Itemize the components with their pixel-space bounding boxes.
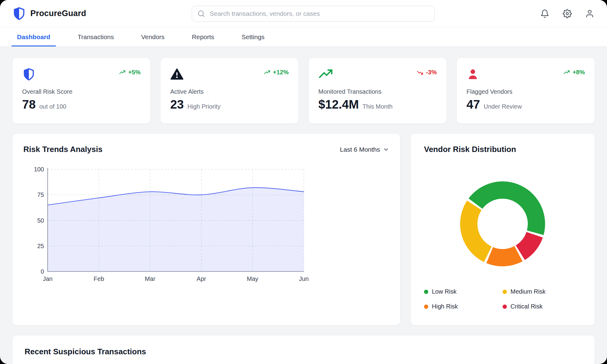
stat-card-monitored-transactions: -3% Monitored Transactions $12.4M This M… — [308, 58, 447, 124]
tab-dashboard[interactable]: Dashboard — [12, 27, 56, 46]
stat-label: Active Alerts — [170, 88, 289, 95]
stat-value: 47 — [466, 98, 480, 111]
stat-value: 78 — [22, 98, 36, 111]
legend-dot-high-risk — [424, 305, 428, 309]
stat-value: 23 — [170, 98, 184, 111]
range-selector[interactable]: Last 6 Months — [340, 146, 389, 153]
trend-badge: +5% — [119, 69, 141, 76]
legend-dot-low-risk — [424, 290, 428, 294]
svg-text:May: May — [247, 275, 258, 282]
stat-cards: +5% Overall Risk Score 78 out of 100 — [12, 58, 595, 124]
vendor-risk-panel: Vendor Risk Distribution Low Risk Medium… — [410, 133, 595, 325]
range-label: Last 6 Months — [340, 146, 380, 153]
stat-value: $12.4M — [318, 98, 359, 111]
recent-transactions-panel: Recent Suspicious Transactions — [12, 335, 595, 364]
settings-button[interactable] — [563, 9, 572, 18]
tab-settings[interactable]: Settings — [236, 27, 270, 46]
header-actions — [540, 9, 594, 18]
stat-unit: High Priority — [188, 103, 221, 110]
stat-unit: out of 100 — [39, 103, 66, 110]
trend-value: +8% — [572, 69, 585, 76]
tab-reports[interactable]: Reports — [186, 27, 220, 46]
tab-vendors[interactable]: Vendors — [136, 27, 170, 46]
stat-unit: This Month — [362, 103, 392, 110]
charts-row: Risk Trends Analysis Last 6 Months 02550… — [12, 133, 595, 325]
svg-text:Feb: Feb — [94, 275, 104, 282]
bell-icon — [540, 9, 549, 18]
trend-arrow-icon — [119, 69, 126, 76]
legend-dot-critical-risk — [503, 305, 507, 309]
vendor-risk-title: Vendor Risk Distribution — [424, 145, 581, 154]
trend-arrow-icon — [563, 69, 570, 76]
donut-legend: Low Risk Medium Risk High Risk Critical … — [424, 288, 581, 310]
stat-label: Flagged Vendors — [466, 88, 585, 95]
stat-label: Monitored Transactions — [318, 88, 437, 95]
legend-dot-medium-risk — [503, 290, 507, 294]
risk-trends-panel: Risk Trends Analysis Last 6 Months 02550… — [12, 133, 400, 325]
legend-item-medium-risk: Medium Risk — [503, 288, 581, 295]
chevron-down-icon — [383, 147, 389, 153]
trend-badge: -3% — [417, 69, 437, 76]
trend-value: +12% — [273, 69, 289, 76]
svg-text:Mar: Mar — [145, 275, 155, 282]
vendor-risk-donut-chart — [457, 178, 548, 269]
trend-badge: +12% — [264, 69, 289, 76]
tab-transactions[interactable]: Transactions — [72, 27, 119, 46]
svg-text:75: 75 — [37, 191, 44, 198]
trend-value: +5% — [128, 69, 141, 76]
legend-item-low-risk: Low Risk — [424, 288, 503, 295]
svg-text:0: 0 — [41, 268, 44, 275]
user-icon — [585, 9, 594, 18]
profile-button[interactable] — [585, 9, 594, 18]
gear-icon — [563, 9, 572, 18]
svg-text:Apr: Apr — [197, 275, 206, 282]
global-search — [192, 6, 435, 22]
procureguard-dashboard: ProcureGuard — [0, 0, 607, 364]
trending-up-icon — [318, 67, 333, 82]
legend-label: Low Risk — [432, 288, 456, 295]
legend-label: Medium Risk — [510, 288, 546, 295]
svg-text:Jan: Jan — [43, 275, 53, 282]
legend-label: Critical Risk — [510, 303, 543, 310]
alert-triangle-icon — [170, 67, 184, 82]
legend-label: High Risk — [432, 303, 458, 310]
search-input[interactable] — [192, 6, 435, 22]
svg-text:25: 25 — [37, 243, 44, 249]
svg-text:100: 100 — [34, 166, 44, 173]
app-header: ProcureGuard — [0, 0, 607, 27]
stat-unit: Under Review — [484, 103, 522, 110]
brand[interactable]: ProcureGuard — [12, 7, 86, 21]
recent-transactions-title: Recent Suspicious Transactions — [25, 347, 582, 356]
app-title: ProcureGuard — [30, 9, 86, 18]
trend-value: -3% — [426, 69, 437, 76]
trend-arrow-icon — [264, 69, 270, 76]
svg-text:Jun: Jun — [299, 275, 309, 282]
svg-text:50: 50 — [37, 217, 44, 224]
stat-card-overall-risk-score: +5% Overall Risk Score 78 out of 100 — [12, 58, 151, 124]
risk-trends-title: Risk Trends Analysis — [23, 145, 103, 154]
legend-item-critical-risk: Critical Risk — [503, 303, 581, 310]
stat-card-active-alerts: +12% Active Alerts 23 High Priority — [160, 58, 299, 124]
stat-label: Overall Risk Score — [22, 88, 141, 95]
main-content: +5% Overall Risk Score 78 out of 100 — [0, 47, 607, 364]
trend-arrow-icon — [417, 69, 423, 76]
primary-nav: Dashboard Transactions Vendors Reports S… — [0, 27, 607, 47]
notifications-button[interactable] — [540, 9, 549, 18]
shield-icon — [22, 67, 36, 82]
risk-trends-chart: 0255075100JanFebMarAprMayJun — [23, 165, 312, 286]
flagged-vendor-icon — [466, 67, 479, 82]
legend-item-high-risk: High Risk — [424, 303, 503, 310]
app-logo-shield-icon — [12, 7, 26, 21]
stat-card-flagged-vendors: +8% Flagged Vendors 47 Under Review — [456, 58, 595, 124]
trend-badge: +8% — [563, 69, 585, 76]
